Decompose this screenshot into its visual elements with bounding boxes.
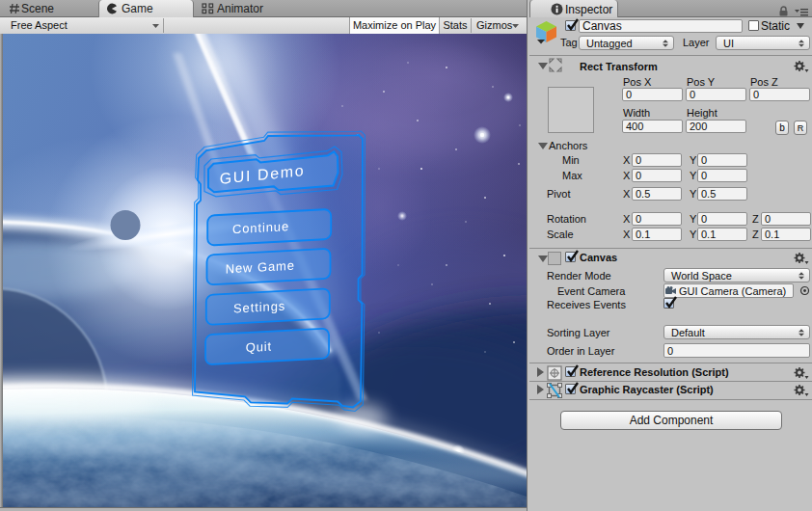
svg-text:Settings: Settings xyxy=(233,299,285,316)
svg-text:Quit: Quit xyxy=(246,339,272,355)
svg-text:Continue: Continue xyxy=(232,219,289,236)
